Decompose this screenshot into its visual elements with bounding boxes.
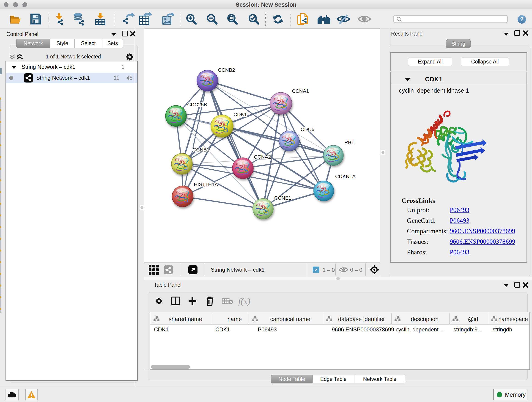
svg-text:RB1: RB1: [344, 140, 354, 145]
svg-text:CCNB1: CCNB1: [192, 147, 210, 153]
svg-text:CDC6: CDC6: [301, 127, 314, 132]
svg-text:CCNA2: CCNA2: [254, 154, 271, 160]
svg-text:CCNB2: CCNB2: [218, 67, 235, 73]
svg-text:CDC25B: CDC25B: [187, 102, 207, 108]
svg-text:CCNA1: CCNA1: [292, 88, 309, 94]
svg-text:CDKN1A: CDKN1A: [335, 173, 356, 179]
svg-text:CDK1: CDK1: [234, 112, 247, 117]
svg-text:HIST1H1A: HIST1H1A: [194, 182, 218, 187]
svg-text:CCNE1: CCNE1: [274, 195, 291, 201]
